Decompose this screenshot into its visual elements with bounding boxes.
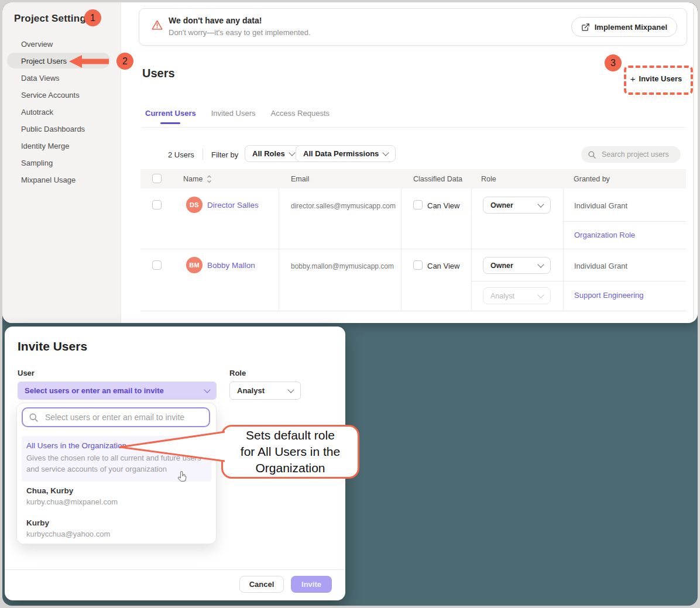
sidebar-item-mixpanel-usage[interactable]: Mixpanel Usage bbox=[2, 171, 121, 188]
role-dropdown-disabled: Analyst bbox=[483, 287, 551, 304]
granted-sub-divider bbox=[471, 281, 686, 281]
users-table: Name Email Classified Data Role Granted … bbox=[140, 169, 686, 311]
filter-by-label: Filter by bbox=[211, 150, 238, 159]
sidebar-item-overview[interactable]: Overview bbox=[2, 36, 121, 53]
sidebar-item-public-dashboards[interactable]: Public Dashboards bbox=[2, 121, 121, 138]
tab-current-users-label: Current Users bbox=[145, 109, 196, 118]
chevron-down-icon bbox=[204, 386, 210, 393]
role-dropdown[interactable]: Owner bbox=[483, 257, 551, 274]
option-user[interactable]: Chua, Kurby bbox=[26, 485, 73, 496]
implement-mixpanel-label: Implement Mixpanel bbox=[595, 23, 667, 32]
chevron-down-icon bbox=[383, 149, 389, 156]
option-user-email: kurby.chua@mixpanel.com bbox=[26, 497, 118, 506]
project-users-search[interactable] bbox=[581, 146, 681, 163]
user-email: director.salles@mymusicapp.com bbox=[291, 202, 396, 210]
users-tabs: Current Users Invited Users Access Reque… bbox=[145, 109, 330, 118]
filter-separator bbox=[203, 149, 203, 160]
role-value: Owner bbox=[490, 262, 513, 270]
banner-title: We don't have any data! bbox=[169, 16, 262, 25]
user-search-input[interactable] bbox=[44, 412, 193, 422]
user-search-box[interactable] bbox=[22, 407, 210, 427]
role-value: Analyst bbox=[490, 292, 514, 300]
app-window: Project Settings Overview Project Users … bbox=[2, 2, 698, 606]
table-row: BM Bobby Mallon bobby.mallon@mymusicapp.… bbox=[140, 249, 686, 311]
roles-filter-dropdown[interactable]: All Roles bbox=[245, 145, 302, 162]
search-icon bbox=[29, 413, 39, 422]
callout-tail bbox=[118, 427, 225, 465]
granted-by-text: Individual Grant bbox=[574, 262, 627, 270]
option-user-name: Kurby bbox=[26, 518, 49, 527]
permissions-filter-dropdown[interactable]: All Data Permissions bbox=[296, 145, 396, 162]
sidebar-item-sampling[interactable]: Sampling bbox=[2, 154, 121, 171]
invite-users-button[interactable]: + Invite Users bbox=[627, 71, 685, 85]
callout-line: for All Users in the bbox=[241, 444, 340, 460]
table-row: DS Director Salles director.salles@mymus… bbox=[140, 188, 686, 249]
tab-invited-users[interactable]: Invited Users bbox=[211, 109, 256, 118]
role-select-value: Analyst bbox=[237, 386, 265, 395]
external-link-icon bbox=[581, 23, 590, 32]
avatar: BM bbox=[186, 257, 203, 273]
sidebar-item-identity-merge[interactable]: Identity Merge bbox=[2, 138, 121, 154]
can-view-checkbox[interactable] bbox=[413, 260, 423, 270]
chevron-down-icon bbox=[537, 291, 544, 298]
table-header: Name Email Classified Data Role Granted … bbox=[140, 169, 686, 188]
tab-access-requests[interactable]: Access Requests bbox=[271, 109, 330, 118]
can-view-checkbox[interactable] bbox=[413, 200, 423, 209]
sidebar-item-autotrack[interactable]: Autotrack bbox=[2, 104, 121, 121]
option-user[interactable]: Kurby bbox=[26, 517, 49, 528]
role-select-dropdown[interactable]: Analyst bbox=[229, 382, 301, 400]
scrollbar-track[interactable] bbox=[693, 8, 694, 320]
step-1-badge: 1 bbox=[84, 9, 101, 26]
project-settings-panel: Project Settings Overview Project Users … bbox=[2, 2, 698, 323]
role-dropdown[interactable]: Owner bbox=[483, 197, 551, 214]
sort-icon[interactable] bbox=[207, 175, 212, 183]
chevron-down-icon bbox=[289, 149, 295, 156]
col-header-role: Role bbox=[481, 175, 496, 183]
user-options-panel: All Users in the Organization Gives the … bbox=[16, 403, 217, 544]
modal-footer-divider bbox=[5, 569, 345, 570]
row-checkbox[interactable] bbox=[152, 200, 162, 209]
row-checkbox[interactable] bbox=[152, 260, 162, 270]
search-icon bbox=[588, 150, 596, 159]
can-view-label: Can View bbox=[427, 201, 459, 210]
granted-by-text: Individual Grant bbox=[574, 201, 627, 210]
callout-bubble: Sets default role for All Users in the O… bbox=[221, 425, 359, 479]
callout-line: Sets default role bbox=[246, 427, 335, 444]
plus-icon: + bbox=[630, 74, 636, 84]
cancel-button[interactable]: Cancel bbox=[239, 576, 284, 593]
col-header-name[interactable]: Name bbox=[183, 175, 203, 183]
user-select-dropdown[interactable]: Select users or enter an email to invite bbox=[18, 382, 217, 400]
step-2-arrow bbox=[69, 54, 109, 69]
search-input[interactable] bbox=[601, 150, 673, 159]
granted-by-link[interactable]: Organization Role bbox=[574, 231, 635, 239]
settings-sidebar: Project Settings Overview Project Users … bbox=[2, 2, 121, 323]
user-email: bobby.mallon@mymusicapp.com bbox=[291, 262, 394, 270]
implement-mixpanel-button[interactable]: Implement Mixpanel bbox=[571, 17, 677, 37]
page-title: Users bbox=[142, 67, 175, 80]
sidebar-item-service-accounts[interactable]: Service Accounts bbox=[2, 87, 121, 104]
user-name-link[interactable]: Bobby Mallon bbox=[207, 261, 255, 270]
granted-by-link[interactable]: Support Engineering bbox=[574, 291, 644, 300]
select-all-checkbox[interactable] bbox=[152, 174, 162, 183]
tab-current-users[interactable]: Current Users bbox=[145, 109, 196, 118]
banner-subtitle: Don't worry—it's easy to get implemented… bbox=[169, 28, 311, 37]
modal-title: Invite Users bbox=[18, 339, 87, 353]
invite-users-label: Invite Users bbox=[639, 74, 682, 83]
invite-submit-button[interactable]: Invite bbox=[291, 576, 332, 593]
active-tab-underline bbox=[160, 122, 180, 124]
roles-filter-label: All Roles bbox=[252, 149, 285, 158]
col-header-email: Email bbox=[291, 175, 309, 183]
sidebar-item-data-views[interactable]: Data Views bbox=[2, 70, 121, 87]
user-name-link[interactable]: Director Salles bbox=[207, 201, 259, 209]
table-bottom-border bbox=[140, 311, 686, 311]
can-view-label: Can View bbox=[427, 262, 459, 270]
granted-sub-divider bbox=[563, 221, 686, 222]
chevron-down-icon bbox=[287, 386, 294, 393]
col-header-granted-by: Granted by bbox=[574, 175, 610, 183]
screenshot-stage: Project Settings Overview Project Users … bbox=[0, 0, 700, 608]
chevron-down-icon bbox=[537, 201, 544, 207]
option-user-email: kurbycchua@yahoo.com bbox=[26, 530, 110, 538]
user-count: 2 Users bbox=[168, 150, 194, 159]
no-data-banner: We don't have any data! Don't worry—it's… bbox=[139, 8, 687, 46]
permissions-filter-label: All Data Permissions bbox=[303, 149, 379, 158]
